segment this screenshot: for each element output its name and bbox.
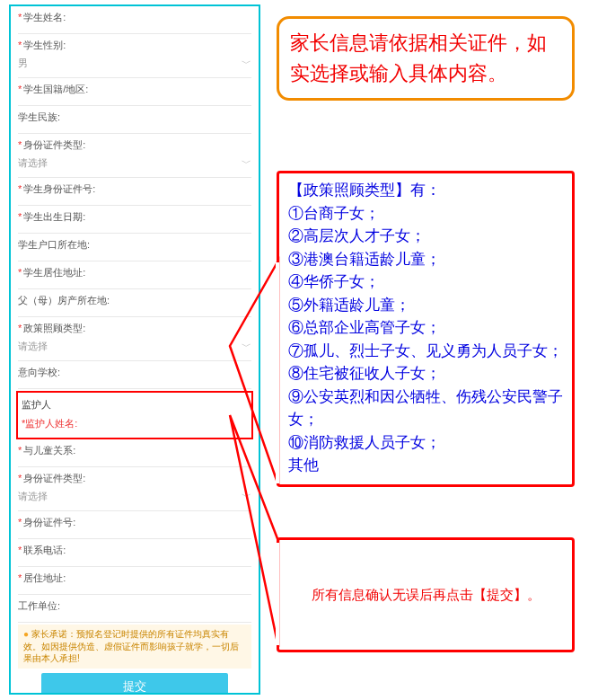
field-a3[interactable]: 学生民族: <box>18 108 251 134</box>
field-label: 学生民族: <box>18 111 251 124</box>
label-text: 与儿童关系: <box>23 445 75 456</box>
field-b1[interactable]: *身份证件类型:请选择﹀ <box>18 469 251 511</box>
field-label: *学生国籍/地区: <box>18 83 251 96</box>
field-a10[interactable]: *政策照顾类型:请选择﹀ <box>18 319 251 361</box>
field-a6[interactable]: *学生出生日期: <box>18 208 251 234</box>
value-text: 男 <box>18 57 28 70</box>
required-mark: * <box>18 40 22 50</box>
field-label: *联系电话: <box>18 544 251 557</box>
field-label: *居住地址: <box>18 572 251 585</box>
field-a4[interactable]: *身份证件类型:请选择﹀ <box>18 136 251 178</box>
policy-item: ⑦孤儿、烈士子女、见义勇为人员子女； <box>288 340 563 363</box>
required-mark: * <box>18 139 22 150</box>
field-label: *学生居住地址: <box>18 266 251 279</box>
field-label: *身份证件类型: <box>18 138 251 152</box>
callout-orange-text: 家长信息请依据相关证件，如实选择或输入具体内容。 <box>290 31 547 84</box>
field-a11[interactable]: 意向学校: <box>18 363 251 389</box>
field-a2[interactable]: *学生国籍/地区: <box>18 80 251 106</box>
field-a1[interactable]: *学生性别:男﹀ <box>18 36 251 78</box>
field-a8[interactable]: *学生居住地址: <box>18 263 251 289</box>
callout-submit-hint: 所有信息确认无误后再点击【提交】。 <box>277 537 575 652</box>
field-value[interactable]: 请选择﹀ <box>18 337 251 353</box>
policy-item: ⑧住宅被征收人子女； <box>288 362 563 385</box>
callout-guardian-info: 家长信息请依据相关证件，如实选择或输入具体内容。 <box>277 16 575 101</box>
field-a9[interactable]: 父（母）房产所在地: <box>18 291 251 317</box>
required-mark: * <box>18 183 22 194</box>
guardian-highlight: 监护人*监护人姓名: <box>16 391 253 439</box>
chevron-down-icon: ﹀ <box>242 156 251 170</box>
field-label: *身份证件号: <box>18 516 251 529</box>
policy-list: ①台商子女；②高层次人才子女；③港澳台籍适龄儿童；④华侨子女；⑤外籍适龄儿童；⑥… <box>288 202 563 477</box>
required-mark: * <box>18 572 22 583</box>
label-text: 居住地址: <box>23 572 66 583</box>
field-label: *身份证件类型: <box>18 472 251 485</box>
policy-item: ④华侨子女； <box>288 270 563 294</box>
label-text: 父（母）房产所在地: <box>18 295 110 306</box>
policy-item: ①台商子女； <box>288 202 563 226</box>
policy-item: ②高层次人才子女； <box>288 225 563 248</box>
submit-button[interactable]: 提交 <box>41 673 228 696</box>
label-text: 学生国籍/地区: <box>23 84 88 94</box>
label-text: 政策照顾类型: <box>23 323 85 333</box>
field-value[interactable]: 请选择﹀ <box>18 487 251 503</box>
label-text: 学生姓名: <box>23 12 66 22</box>
guardian-name-label[interactable]: *监护人姓名: <box>22 412 248 430</box>
field-label: 父（母）房产所在地: <box>18 294 251 307</box>
policy-item: ⑤外籍适龄儿童； <box>288 294 563 317</box>
label-text: 身份证件号: <box>23 517 75 527</box>
field-label: *学生姓名: <box>18 11 251 24</box>
callout-submit-text: 所有信息确认无误后再点击【提交】。 <box>312 587 541 604</box>
required-mark: * <box>18 473 22 483</box>
field-label: 意向学校: <box>18 366 251 379</box>
field-b4[interactable]: *居住地址: <box>18 569 251 595</box>
label-text: 身份证件类型: <box>23 473 85 483</box>
field-a0[interactable]: *学生姓名: <box>18 8 251 34</box>
field-b3[interactable]: *联系电话: <box>18 541 251 567</box>
field-label: *政策照顾类型: <box>18 322 251 335</box>
field-b2[interactable]: *身份证件号: <box>18 513 251 539</box>
policy-title: 【政策照顾类型】有： <box>288 179 563 202</box>
label-text: 学生民族: <box>18 111 60 122</box>
label-text: 学生户口所在地: <box>18 239 90 250</box>
field-a5[interactable]: *学生身份证件号: <box>18 180 251 206</box>
label-text: 联系电话: <box>23 545 66 555</box>
required-mark: * <box>18 84 22 94</box>
label-text: 身份证件类型: <box>23 139 85 150</box>
field-label: *学生出生日期: <box>18 210 251 224</box>
required-mark: * <box>18 323 22 333</box>
chevron-down-icon: ﹀ <box>242 57 251 70</box>
form-area: *学生姓名:*学生性别:男﹀*学生国籍/地区:学生民族:*身份证件类型:请选择﹀… <box>11 6 259 695</box>
guardian-header: 监护人 <box>22 394 248 412</box>
required-mark: * <box>18 517 22 527</box>
required-mark: * <box>18 211 22 222</box>
field-label: 学生户口所在地: <box>18 238 251 252</box>
field-a7[interactable]: 学生户口所在地: <box>18 235 251 261</box>
label-text: 工作单位: <box>18 600 60 611</box>
field-label: *学生性别: <box>18 39 251 52</box>
required-mark: * <box>18 12 22 22</box>
label-text: 意向学校: <box>18 367 60 377</box>
policy-item: ③港澳台籍适龄儿童； <box>288 248 563 271</box>
form-panel: *学生姓名:*学生性别:男﹀*学生国籍/地区:学生民族:*身份证件类型:请选择﹀… <box>9 4 260 695</box>
policy-item: ⑥总部企业高管子女； <box>288 316 563 340</box>
field-label: 工作单位: <box>18 599 251 613</box>
required-mark: * <box>18 267 22 278</box>
field-b5[interactable]: 工作单位: <box>18 597 251 623</box>
disclaimer: ●家长承诺：预报名登记时提供的所有证件均真实有效。如因提供伪造、虚假证件而影响孩… <box>18 625 251 669</box>
policy-item: ⑩消防救援人员子女； <box>288 431 563 455</box>
field-b0[interactable]: *与儿童关系: <box>18 441 251 467</box>
disclaimer-lead: 家长承诺： <box>31 629 76 639</box>
value-text: 请选择 <box>18 340 48 353</box>
label-text: 学生居住地址: <box>23 267 85 278</box>
field-label: *学生身份证件号: <box>18 182 251 196</box>
callout-policy-types: 【政策照顾类型】有： ①台商子女；②高层次人才子女；③港澳台籍适龄儿童；④华侨子… <box>277 171 575 487</box>
field-value[interactable]: 请选择﹀ <box>18 154 251 170</box>
chevron-down-icon: ﹀ <box>242 490 251 503</box>
value-text: 请选择 <box>18 490 48 503</box>
required-mark: * <box>18 545 22 555</box>
chevron-down-icon: ﹀ <box>242 340 251 353</box>
label-text: 学生性别: <box>23 40 66 50</box>
field-value[interactable]: 男﹀ <box>18 54 251 70</box>
warning-icon: ● <box>23 629 29 639</box>
required-mark: * <box>18 445 22 456</box>
